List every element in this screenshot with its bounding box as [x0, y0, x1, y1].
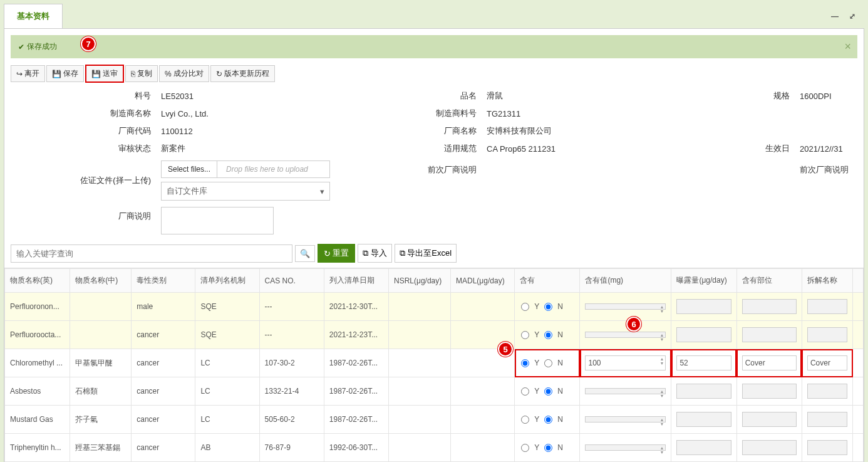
cell-date: 2021-12-23T... [324, 321, 388, 349]
radio-no[interactable] [544, 444, 552, 452]
radio-yes[interactable] [521, 303, 529, 311]
vnote-label: 厂商说明 [11, 207, 161, 222]
col-exp[interactable]: 曝露量(μg/day) [671, 269, 736, 293]
spinner-icon[interactable]: ▲▼ [659, 357, 664, 365]
exp-input[interactable] [676, 412, 731, 427]
spinner-icon[interactable]: ▲▼ [659, 389, 664, 398]
status-value: 新案件 [161, 143, 411, 154]
col-nsrl[interactable]: NSRL(μg/day) [389, 269, 451, 293]
cell-hasval: ▲▼ [580, 293, 671, 321]
radio-yes[interactable] [521, 416, 529, 424]
check-icon: ✔ [18, 43, 24, 51]
radio-yes[interactable] [521, 444, 529, 452]
cell-tox: cancer [132, 406, 195, 434]
spinner-icon[interactable]: ▲▼ [659, 446, 664, 454]
hasval-input[interactable]: 100▲▼ [585, 355, 666, 370]
col-mech[interactable]: 清单列名机制 [195, 269, 259, 293]
vendor-note-textarea[interactable] [161, 207, 274, 234]
part-input[interactable] [742, 384, 797, 399]
cell-mech: LC [195, 377, 259, 406]
cell-cn: 石棉類 [70, 377, 132, 406]
part-input[interactable]: Cover [742, 355, 797, 370]
col-part[interactable]: 含有部位 [736, 269, 802, 293]
dis-input[interactable] [807, 327, 847, 342]
select-files-button[interactable]: Select files... [162, 161, 217, 177]
dis-input[interactable] [807, 299, 847, 314]
radio-yes[interactable] [521, 387, 529, 396]
part-input[interactable] [742, 412, 797, 427]
search-button[interactable]: 🔍 [295, 245, 315, 262]
radio-no[interactable] [544, 331, 552, 339]
dis-input[interactable]: Cover [807, 355, 847, 370]
dis-input[interactable] [807, 412, 847, 427]
hasval-input[interactable]: ▲▼ [585, 332, 666, 338]
radio-no[interactable] [544, 303, 552, 311]
exp-input[interactable]: 52 [676, 355, 731, 370]
cell-mech: LC [195, 406, 259, 434]
exp-input[interactable] [676, 327, 731, 342]
radio-yes[interactable] [521, 359, 529, 367]
std-value: CA Prop65 211231 [487, 144, 737, 154]
cell-hasval: ▲▼ [580, 321, 671, 349]
minimize-icon[interactable]: — [829, 11, 840, 22]
col-date[interactable]: 列入清单日期 [324, 269, 388, 293]
exp-input[interactable] [676, 299, 731, 314]
spinner-icon[interactable]: ▲▼ [659, 305, 664, 313]
exp-input[interactable] [676, 440, 731, 455]
dis-input[interactable] [807, 384, 847, 399]
cell-date: 1992-06-30T... [324, 434, 388, 462]
mfrno-value: TG21311 [487, 109, 737, 118]
compare-button[interactable]: %成分比对 [159, 65, 209, 82]
cell-dis [802, 293, 852, 321]
hasval-input[interactable]: ▲▼ [585, 388, 666, 394]
hasval-input[interactable]: ▲▼ [585, 303, 666, 310]
radio-no[interactable] [544, 387, 552, 396]
cell-exp: 52 [671, 349, 736, 377]
col-cn[interactable]: 物质名称(中) [70, 269, 132, 293]
part-input[interactable] [742, 299, 797, 314]
radio-no[interactable] [544, 359, 552, 367]
exp-input[interactable] [676, 384, 731, 399]
history-button[interactable]: ↻版本更新历程 [210, 65, 275, 82]
cell-nsrl [389, 321, 451, 349]
leave-button[interactable]: ↪离开 [11, 65, 45, 82]
cell-dis [802, 321, 852, 349]
col-tox[interactable]: 毒性类别 [132, 269, 195, 293]
dis-input[interactable] [807, 440, 847, 455]
cell-cas: 505-60-2 [259, 406, 324, 434]
maximize-icon[interactable]: ⤢ [847, 11, 858, 22]
copy-button[interactable]: ⎘复制 [125, 65, 158, 82]
custom-library-select[interactable]: 自订文件库 ▾ [161, 182, 330, 201]
save-button[interactable]: 💾保存 [46, 65, 84, 82]
export-button[interactable]: ⧉ 导出至Excel [395, 244, 457, 263]
cell-madl [451, 434, 515, 462]
submit-button[interactable]: 💾送审 [85, 65, 124, 83]
radio-no[interactable] [544, 416, 552, 424]
part-input[interactable] [742, 440, 797, 455]
col-hasval[interactable]: 含有值(mg) [580, 269, 671, 293]
spinner-icon[interactable]: ▲▼ [659, 417, 664, 426]
file-upload[interactable]: Select files... Drop files here to uploa… [161, 160, 330, 178]
tab-basic-info[interactable]: 基本资料 [4, 4, 63, 28]
import-button[interactable]: ⧉ 导入 [358, 244, 392, 263]
col-cas[interactable]: CAS NO. [259, 269, 324, 293]
col-has[interactable]: 含有 [515, 269, 580, 293]
cell-en: Asbestos [5, 377, 70, 406]
search-input[interactable] [11, 244, 292, 263]
part-input[interactable] [742, 327, 797, 342]
close-icon[interactable]: × [844, 40, 851, 53]
mfrno-label: 制造商料号 [411, 108, 487, 119]
radio-yes[interactable] [521, 331, 529, 339]
partno-label: 料号 [11, 90, 161, 102]
col-madl[interactable]: MADL(μg/day) [451, 269, 515, 293]
cell-nsrl [389, 349, 451, 377]
cell-date: 1987-02-26T... [324, 349, 388, 377]
prev-vnote-label: 前次厂商说明 [411, 160, 487, 176]
cell-en: Perfluoronon... [5, 293, 70, 321]
col-en[interactable]: 物质名称(英) [5, 269, 70, 293]
hasval-input[interactable]: ▲▼ [585, 444, 666, 451]
hasval-input[interactable]: ▲▼ [585, 416, 666, 423]
col-dis[interactable]: 拆解名称 [802, 269, 852, 293]
spinner-icon[interactable]: ▲▼ [659, 333, 664, 342]
reset-button[interactable]: ↻重置 [318, 244, 355, 263]
